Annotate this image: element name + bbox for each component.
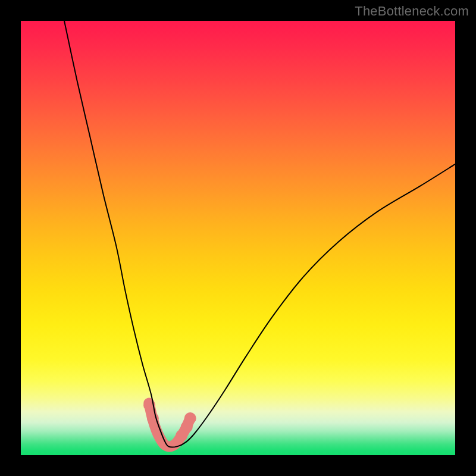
plot-area (21, 21, 455, 455)
bottleneck-curve (64, 21, 455, 447)
watermark-text: TheBottleneck.com (355, 4, 469, 19)
highlight-dots (143, 399, 196, 441)
curve-layer (21, 21, 455, 455)
highlight-dot (184, 412, 196, 424)
chart-frame: TheBottleneck.com (0, 0, 476, 476)
